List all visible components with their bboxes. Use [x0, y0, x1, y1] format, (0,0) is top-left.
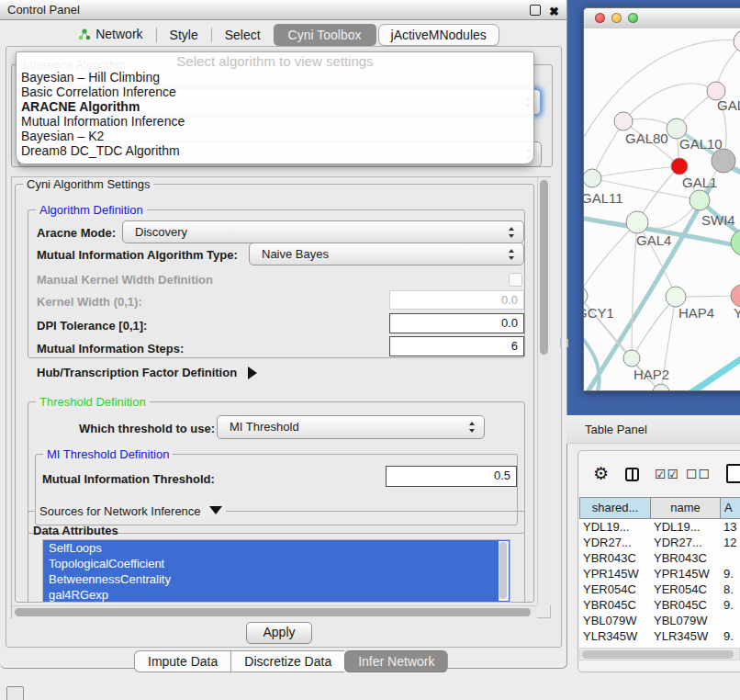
table-header-col3[interactable]: A: [721, 498, 740, 518]
table-cell: 8.: [720, 581, 740, 597]
network-window-titlebar[interactable]: [584, 8, 740, 29]
network-node-label: Y: [734, 305, 740, 321]
scrollbar-thumb[interactable]: [540, 180, 548, 355]
network-node[interactable]: [614, 112, 633, 130]
close-traffic-light[interactable]: [595, 13, 605, 23]
network-node[interactable]: [690, 190, 710, 210]
settings-vertical-scrollbar[interactable]: [537, 177, 551, 605]
table-row[interactable]: YDR27...YDR27...12: [579, 535, 740, 550]
hub-definition-toggle[interactable]: Hub/Transcription Factor Definition: [37, 366, 257, 379]
algorithm-definition-label: Algorithm Definition: [36, 203, 147, 217]
network-node[interactable]: [623, 350, 640, 367]
panel-splitter-grip[interactable]: [560, 339, 568, 347]
tab-network[interactable]: Network: [67, 24, 153, 46]
network-node[interactable]: [653, 384, 669, 390]
control-panel-titlebar[interactable]: Control Panel ✖: [0, 0, 566, 20]
tab-network-label: Network: [95, 27, 142, 41]
dpi-tolerance-field[interactable]: 0.0: [389, 313, 524, 333]
tab-infer-network[interactable]: Infer Network: [344, 650, 448, 672]
algorithm-option[interactable]: Basic Correlation Inference: [17, 85, 533, 99]
mi-threshold-group-label: MI Threshold Definition: [43, 447, 173, 461]
scrollbar-thumb[interactable]: [15, 608, 531, 616]
network-canvas[interactable]: GALGAL80GAL10GAL1GAL11SWI4GAL4GCY1YHAP4H…: [584, 28, 740, 390]
aracne-mode-label: Aracne Mode:: [37, 226, 116, 240]
algorithm-option[interactable]: Dream8 DC_TDC Algorithm: [17, 143, 533, 158]
settings-horizontal-scrollbar[interactable]: [12, 605, 537, 618]
table-header-shared-name[interactable]: shared...: [580, 498, 651, 518]
document-icon[interactable]: [726, 464, 740, 483]
network-node[interactable]: [731, 285, 740, 307]
network-node-label: GAL10: [679, 136, 723, 152]
table-row[interactable]: YBR043CYBR043C: [579, 550, 740, 566]
algorithm-option[interactable]: ARACNE Algorithm: [17, 99, 533, 114]
table-header-name[interactable]: name: [651, 498, 721, 518]
tab-cyni-toolbox[interactable]: Cyni Toolbox: [274, 24, 376, 46]
tab-style[interactable]: Style: [159, 25, 209, 45]
float-window-icon[interactable]: [530, 5, 541, 16]
network-node[interactable]: [666, 287, 686, 307]
aracne-mode-combo[interactable]: Discovery: [122, 220, 524, 243]
zoom-traffic-light[interactable]: [628, 13, 638, 23]
combo-spinner-icon: [469, 422, 476, 433]
attribute-list-item[interactable]: TopologicalCoefficient: [43, 556, 510, 571]
column-layout-icon[interactable]: [625, 468, 639, 481]
apply-button[interactable]: Apply: [246, 622, 312, 644]
network-node[interactable]: [731, 230, 740, 255]
which-threshold-label: Which threshold to use:: [79, 422, 215, 435]
network-node[interactable]: [671, 158, 688, 175]
unchecked-boxes-icon[interactable]: ☐☐: [686, 467, 711, 481]
table-row[interactable]: YPR145WYPR145W9.: [579, 566, 740, 581]
which-threshold-combo[interactable]: MI Threshold: [217, 415, 485, 439]
table-row[interactable]: YLR345WYLR345W9.: [579, 628, 740, 644]
network-node[interactable]: [584, 287, 588, 305]
attribute-list-item[interactable]: gal4RGexp: [43, 587, 510, 603]
table-cell: 9.: [720, 566, 740, 581]
algorithm-option[interactable]: Mutual Information Inference: [17, 114, 533, 129]
collapsed-arrow-icon: [248, 367, 257, 379]
scrollbar-thumb[interactable]: [582, 650, 734, 659]
table-cell: YLR345W: [650, 628, 720, 644]
scrollbar-thumb[interactable]: [499, 542, 507, 599]
network-node[interactable]: [734, 30, 740, 52]
mi-steps-field[interactable]: 6: [389, 336, 524, 356]
close-icon[interactable]: ✖: [549, 2, 559, 22]
table-panel-titlebar: Table Panel: [566, 415, 740, 444]
attribute-table: shared... name A YDL19...YDL19...13YDR27…: [579, 497, 740, 648]
aracne-mode-value: Discovery: [135, 225, 187, 239]
algorithm-option[interactable]: Bayesian – K2: [17, 129, 533, 143]
table-row[interactable]: YDL19...YDL19...13: [579, 519, 740, 535]
table-panel-title: Table Panel: [585, 423, 647, 436]
network-node[interactable]: [626, 211, 648, 233]
network-node[interactable]: [584, 169, 601, 187]
collapsed-panel-icon[interactable]: [6, 686, 24, 700]
checked-boxes-icon[interactable]: ☑☑: [655, 467, 679, 481]
table-row[interactable]: YBL079WYBL079W: [579, 613, 740, 628]
tab-discretize-data[interactable]: Discretize Data: [230, 650, 344, 672]
list-scrollbar[interactable]: [499, 541, 509, 601]
network-node-label: GAL4: [636, 232, 671, 248]
attribute-list-item[interactable]: SelfLoops: [43, 540, 510, 556]
table-cell: YPR145W: [650, 566, 720, 581]
network-node-label: SWI4: [701, 212, 735, 228]
sources-group-label[interactable]: Sources for Network Inference: [36, 504, 226, 518]
tab-select[interactable]: Select: [214, 25, 272, 45]
network-node[interactable]: [712, 149, 735, 173]
gear-icon[interactable]: ⚙: [593, 463, 609, 484]
table-body: YDL19...YDL19...13YDR27...YDR27...12YBR0…: [579, 519, 740, 648]
manual-kernel-label: Manual Kernel Width Definition: [37, 273, 213, 287]
table-row[interactable]: YBR045CYBR045C9.: [579, 597, 740, 613]
attribute-list-item[interactable]: BetweennessCentrality: [43, 571, 510, 587]
algorithm-option[interactable]: Bayesian – Hill Climbing: [17, 70, 533, 85]
table-cell: YBR045C: [579, 597, 650, 613]
minimize-traffic-light[interactable]: [611, 13, 622, 23]
table-cell: YBR045C: [650, 597, 720, 613]
table-horizontal-scrollbar[interactable]: [579, 648, 740, 660]
tab-jactivemnodules[interactable]: jActiveMNodules: [378, 24, 499, 46]
table-row[interactable]: YER054CYER054C8.: [579, 581, 740, 597]
mi-type-label: Mutual Information Algorithm Type:: [37, 248, 238, 262]
tab-impute-data[interactable]: Impute Data: [134, 650, 230, 672]
mi-type-combo[interactable]: Naive Bayes: [249, 243, 524, 265]
network-node-label: GAL: [717, 97, 740, 113]
mi-threshold-field[interactable]: 0.5: [386, 466, 517, 487]
table-cell: YBR043C: [650, 550, 720, 566]
